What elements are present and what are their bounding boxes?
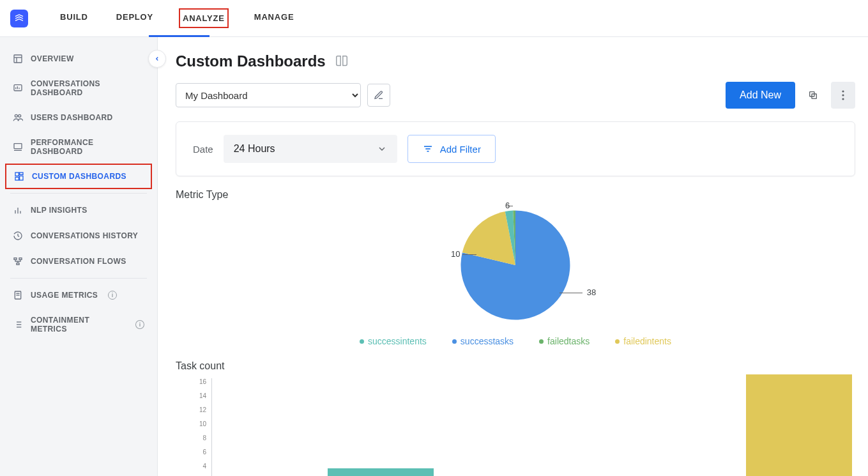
sidebar-collapse-button[interactable] <box>148 50 166 68</box>
filter-icon <box>422 143 434 155</box>
copy-button[interactable] <box>802 84 825 107</box>
topbar: BUILD DEPLOY ANALYZE MANAGE <box>0 0 868 37</box>
book-icon[interactable] <box>335 54 349 68</box>
users-icon <box>13 112 23 123</box>
sidebar: OVERVIEW CONVERSATIONS DASHBOARD USERS D… <box>0 37 158 476</box>
app-logo[interactable] <box>10 10 28 27</box>
document-icon <box>13 290 23 300</box>
legend-failedintents: failedintents <box>615 336 671 346</box>
sidebar-item-label: CUSTOM DASHBOARDS <box>32 172 126 181</box>
add-new-button[interactable]: Add New <box>726 82 795 109</box>
svg-rect-14 <box>15 177 19 180</box>
pie-chart-title: Metric Type <box>176 189 855 201</box>
sidebar-item-overview[interactable]: OVERVIEW <box>0 46 157 72</box>
svg-rect-18 <box>14 258 17 260</box>
flow-icon <box>13 256 23 266</box>
tab-build[interactable]: BUILD <box>57 8 91 28</box>
tab-analyze[interactable]: ANALYZE <box>179 8 229 28</box>
add-filter-button[interactable]: Add Filter <box>407 135 496 163</box>
sidebar-item-label: CONVERSATIONS HISTORY <box>31 231 138 240</box>
pie-legend: successintents successtasks failedtasks … <box>176 336 855 346</box>
pie-svg <box>455 204 576 326</box>
svg-rect-19 <box>19 258 22 260</box>
more-options-button[interactable] <box>831 82 855 109</box>
svg-rect-11 <box>15 173 19 176</box>
bar-plot-area: faq blog <box>211 378 855 476</box>
svg-point-7 <box>15 114 17 117</box>
sidebar-item-label: USAGE METRICS <box>31 291 98 300</box>
nav-tabs: BUILD DEPLOY ANALYZE MANAGE <box>57 8 296 28</box>
add-filter-label: Add Filter <box>440 144 481 155</box>
bar-chart-title: Task count <box>176 360 855 372</box>
legend-successintents: successintents <box>360 336 427 346</box>
chevron-down-icon <box>377 144 387 154</box>
dashboard-icon <box>14 171 24 181</box>
svg-point-34 <box>842 98 844 100</box>
monitor-icon <box>13 142 23 152</box>
sidebar-item-label: OVERVIEW <box>31 54 74 63</box>
sidebar-item-custom-dashboards[interactable]: CUSTOM DASHBOARDS <box>5 164 152 189</box>
sidebar-item-conversations-history[interactable]: CONVERSATIONS HISTORY <box>0 223 157 249</box>
history-icon <box>13 231 23 241</box>
sidebar-divider <box>10 278 147 279</box>
sidebar-item-label: CONVERSATIONS DASHBOARD <box>31 79 144 97</box>
pie-callout-10: 10 <box>451 249 460 259</box>
bar-blog <box>746 374 852 476</box>
pie-callout-38: 38 <box>587 288 596 297</box>
sidebar-item-conversation-flows[interactable]: CONVERSATION FLOWS <box>0 249 157 274</box>
date-value: 24 Hours <box>234 143 275 155</box>
sidebar-item-users-dashboard[interactable]: USERS DASHBOARD <box>0 105 157 130</box>
sidebar-item-nlp-insights[interactable]: NLP INSIGHTS <box>0 197 157 223</box>
bar-chart-icon <box>13 205 23 215</box>
pie-chart: 6 10 38 <box>176 204 855 332</box>
main-content: Custom Dashboards My Dashboard Add New D… <box>158 37 868 476</box>
svg-point-32 <box>842 90 844 92</box>
svg-rect-12 <box>20 173 23 174</box>
pie-callout-line <box>507 206 513 206</box>
date-range-picker[interactable]: 24 Hours <box>224 135 397 163</box>
active-tab-underline <box>149 35 209 37</box>
sidebar-item-conversations-dashboard[interactable]: CONVERSATIONS DASHBOARD <box>0 72 157 105</box>
sidebar-item-label: CONTAINMENT METRICS <box>31 316 125 334</box>
info-icon[interactable]: i <box>135 320 144 329</box>
sidebar-item-label: CONVERSATION FLOWS <box>31 257 126 266</box>
filter-bar: Date 24 Hours Add Filter <box>176 121 855 176</box>
pie-callout-line <box>560 293 582 293</box>
tab-manage[interactable]: MANAGE <box>252 8 297 28</box>
page-title: Custom Dashboards <box>176 52 326 70</box>
date-label: Date <box>193 144 213 155</box>
sidebar-item-performance-dashboard[interactable]: PERFORMANCE DASHBOARD <box>0 130 157 164</box>
sidebar-item-containment-metrics[interactable]: CONTAINMENT METRICS i <box>0 308 157 341</box>
list-icon <box>13 319 23 330</box>
edit-dashboard-button[interactable] <box>367 84 390 107</box>
svg-rect-9 <box>14 144 22 149</box>
svg-point-8 <box>19 114 21 117</box>
legend-successtasks: successtasks <box>452 336 514 346</box>
sidebar-divider <box>10 193 147 194</box>
sidebar-item-label: NLP INSIGHTS <box>31 206 88 215</box>
bar-faq <box>328 468 434 476</box>
svg-rect-13 <box>20 176 23 180</box>
sidebar-item-usage-metrics[interactable]: USAGE METRICS i <box>0 282 157 308</box>
sidebar-item-label: USERS DASHBOARD <box>31 113 113 122</box>
chat-bars-icon <box>13 83 23 93</box>
dashboard-select[interactable]: My Dashboard <box>176 83 361 107</box>
pie-callout-line <box>462 254 476 255</box>
layout-icon <box>13 54 23 64</box>
tab-deploy[interactable]: DEPLOY <box>114 8 156 28</box>
info-icon[interactable]: i <box>108 291 117 300</box>
svg-rect-20 <box>17 263 19 265</box>
legend-failedtasks: failedtasks <box>539 336 590 346</box>
svg-point-33 <box>842 94 844 96</box>
y-axis: 16 14 12 10 8 6 4 2 0 <box>194 378 206 476</box>
svg-rect-0 <box>14 55 22 63</box>
sidebar-item-label: PERFORMANCE DASHBOARD <box>31 138 144 156</box>
bar-chart: 16 14 12 10 8 6 4 2 0 faq blog <box>195 376 855 476</box>
